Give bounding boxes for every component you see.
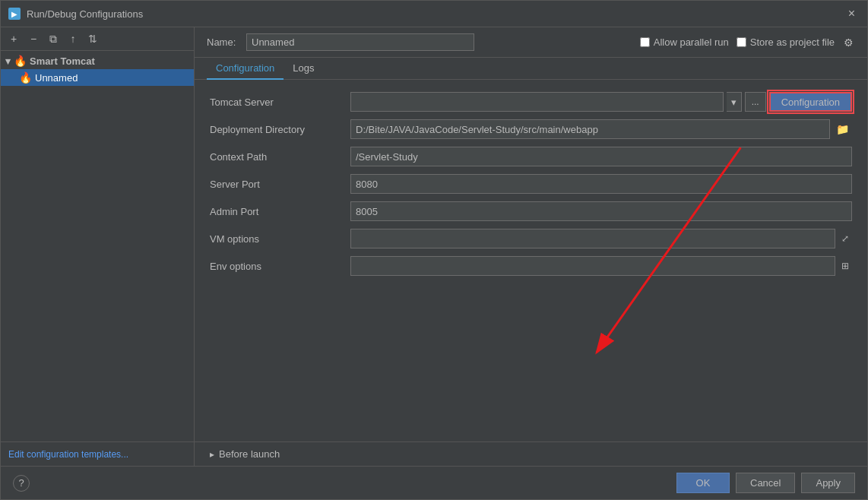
sidebar-tree: ▾ 🔥 Smart Tomcat 🔥 Unnamed bbox=[1, 51, 194, 441]
content-area: + − ⧉ ↑ ⇅ ▾ 🔥 Smart Tomcat 🔥 Unnamed bbox=[1, 27, 867, 466]
tomcat-server-dropdown[interactable]: ▾ bbox=[727, 92, 742, 112]
tree-item-unnamed[interactable]: 🔥 Unnamed bbox=[1, 69, 194, 86]
server-port-row: Server Port bbox=[210, 174, 852, 194]
tomcat-server-input-wrap: ▾ ... Configuration bbox=[350, 92, 852, 112]
deployment-dir-row: Deployment Directory 📁 bbox=[210, 119, 852, 139]
app-icon: ▶ bbox=[8, 8, 21, 20]
tab-configuration[interactable]: Configuration bbox=[207, 58, 284, 80]
dialog: ▶ Run/Debug Configurations × + − ⧉ ↑ ⇅ ▾… bbox=[0, 0, 868, 500]
configuration-button[interactable]: Configuration bbox=[769, 92, 852, 112]
admin-port-input[interactable] bbox=[350, 201, 852, 221]
form-area: Tomcat Server ▾ ... Configuration Deploy… bbox=[195, 80, 867, 441]
store-project-label[interactable]: Store as project file bbox=[737, 36, 835, 48]
flame-icon: 🔥 bbox=[14, 55, 27, 67]
sidebar: + − ⧉ ↑ ⇅ ▾ 🔥 Smart Tomcat 🔥 Unnamed bbox=[1, 27, 195, 466]
close-button[interactable]: × bbox=[844, 5, 860, 22]
tomcat-server-label: Tomcat Server bbox=[210, 97, 343, 108]
deployment-dir-label: Deployment Directory bbox=[210, 124, 343, 135]
tree-group-smart-tomcat: ▾ 🔥 Smart Tomcat 🔥 Unnamed bbox=[1, 52, 194, 86]
server-port-label: Server Port bbox=[210, 179, 343, 190]
deployment-dir-input-wrap: 📁 bbox=[350, 119, 852, 139]
vm-options-input-wrap: ⤢ bbox=[350, 229, 852, 248]
bottom-left: ? bbox=[13, 475, 30, 492]
gear-button[interactable]: ⚙ bbox=[842, 35, 855, 50]
sidebar-footer: Edit configuration templates... bbox=[1, 441, 194, 466]
bottom-bar: ? OK Cancel Apply bbox=[1, 466, 867, 499]
tabs-bar: Configuration Logs bbox=[195, 58, 867, 80]
name-bar: Name: Allow parallel run Store as projec… bbox=[195, 27, 867, 58]
env-options-copy-button[interactable]: ⊞ bbox=[838, 259, 852, 273]
server-port-input-wrap bbox=[350, 174, 852, 194]
tree-group-header[interactable]: ▾ 🔥 Smart Tomcat bbox=[1, 52, 194, 69]
allow-parallel-checkbox[interactable] bbox=[640, 37, 650, 47]
deployment-dir-input[interactable] bbox=[350, 119, 830, 139]
name-label: Name: bbox=[207, 36, 237, 48]
tree-item-label: Unnamed bbox=[35, 72, 78, 84]
help-button[interactable]: ? bbox=[13, 475, 30, 492]
vm-options-input[interactable] bbox=[350, 229, 835, 248]
tomcat-server-input[interactable] bbox=[350, 92, 724, 112]
before-launch: ▸ Before launch bbox=[195, 441, 867, 466]
tomcat-server-ellipsis-button[interactable]: ... bbox=[745, 92, 766, 112]
group-collapse-icon: ▾ bbox=[5, 55, 11, 67]
before-launch-label: Before launch bbox=[219, 448, 280, 460]
title-bar-left: ▶ Run/Debug Configurations bbox=[8, 8, 143, 20]
move-up-button[interactable]: ↑ bbox=[65, 30, 81, 47]
context-path-row: Context Path bbox=[210, 147, 852, 166]
copy-config-button[interactable]: ⧉ bbox=[45, 30, 62, 47]
apply-button[interactable]: Apply bbox=[801, 473, 855, 493]
deployment-dir-folder-button[interactable]: 📁 bbox=[833, 122, 852, 137]
add-button[interactable]: + bbox=[5, 30, 22, 47]
vm-options-expand-button[interactable]: ⤢ bbox=[838, 232, 852, 245]
env-options-label: Env options bbox=[210, 261, 343, 272]
vm-options-row: VM options ⤢ bbox=[210, 229, 852, 248]
bottom-right: OK Cancel Apply bbox=[676, 473, 855, 493]
tree-group-label: Smart Tomcat bbox=[30, 55, 95, 67]
env-options-row: Env options ⊞ bbox=[210, 256, 852, 276]
context-path-input-wrap bbox=[350, 147, 852, 166]
header-right: Allow parallel run Store as project file… bbox=[640, 35, 855, 50]
main-panel: Name: Allow parallel run Store as projec… bbox=[195, 27, 867, 466]
before-launch-arrow[interactable]: ▸ bbox=[210, 449, 214, 460]
store-project-checkbox[interactable] bbox=[737, 37, 746, 47]
admin-port-label: Admin Port bbox=[210, 206, 343, 217]
title-bar: ▶ Run/Debug Configurations × bbox=[1, 1, 867, 27]
tomcat-server-row: Tomcat Server ▾ ... Configuration bbox=[210, 92, 852, 112]
env-options-input[interactable] bbox=[350, 256, 835, 276]
admin-port-row: Admin Port bbox=[210, 201, 852, 221]
context-path-input[interactable] bbox=[350, 147, 852, 166]
tab-logs[interactable]: Logs bbox=[284, 58, 323, 80]
name-input[interactable] bbox=[246, 33, 474, 51]
vm-options-label: VM options bbox=[210, 233, 343, 245]
flame-icon-item: 🔥 bbox=[19, 71, 32, 84]
ok-button[interactable]: OK bbox=[676, 473, 730, 493]
cancel-button[interactable]: Cancel bbox=[736, 473, 795, 493]
main-panel-wrapper: Name: Allow parallel run Store as projec… bbox=[195, 27, 867, 466]
allow-parallel-label[interactable]: Allow parallel run bbox=[640, 36, 729, 48]
edit-templates-link[interactable]: Edit configuration templates... bbox=[8, 449, 128, 460]
admin-port-input-wrap bbox=[350, 201, 852, 221]
server-port-input[interactable] bbox=[350, 174, 852, 194]
remove-button[interactable]: − bbox=[25, 30, 42, 47]
sidebar-toolbar: + − ⧉ ↑ ⇅ bbox=[1, 27, 194, 51]
sort-button[interactable]: ⇅ bbox=[84, 30, 101, 47]
context-path-label: Context Path bbox=[210, 151, 343, 163]
dialog-title: Run/Debug Configurations bbox=[27, 8, 143, 20]
env-options-input-wrap: ⊞ bbox=[350, 256, 852, 276]
